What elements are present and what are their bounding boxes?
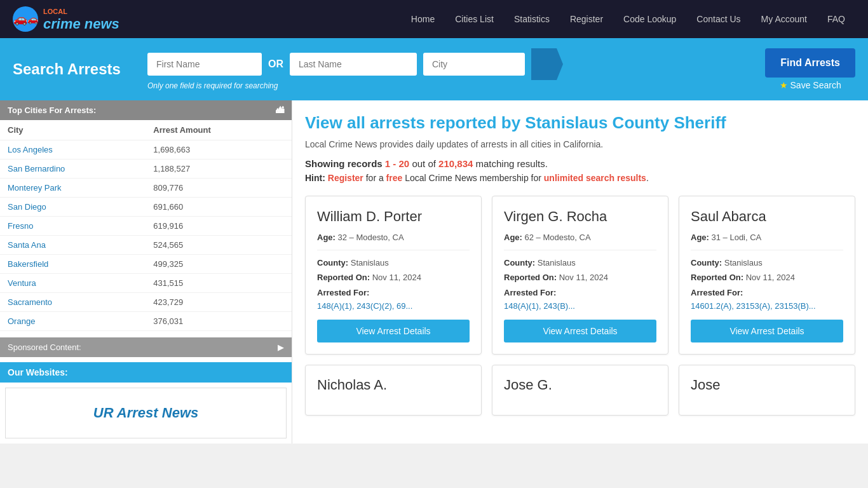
arrest-card-partial: Jose <box>679 365 855 416</box>
card-county: County: Stanislaus <box>504 257 656 269</box>
table-row: Bakersfield499,325 <box>0 255 292 274</box>
card-arrested-label: Arrested For: <box>691 287 843 299</box>
our-websites-header: Our Websites: <box>0 362 292 383</box>
city-link[interactable]: Ventura <box>8 278 36 288</box>
cities-table: City Arrest Amount Los Angeles1,698,663S… <box>0 120 292 331</box>
out-of-label: out of <box>409 158 438 169</box>
card-age: Age: 31 – Lodi, CA <box>691 233 843 242</box>
nav-code-lookup[interactable]: Code Lookup <box>613 0 686 38</box>
search-arrow <box>531 48 563 80</box>
nav-faq[interactable]: FAQ <box>817 0 855 38</box>
nav-cities-list[interactable]: Cities List <box>445 0 504 38</box>
register-link[interactable]: Register <box>328 173 363 183</box>
city-amount: 376,031 <box>146 312 292 331</box>
showing-label: Showing records <box>305 158 385 169</box>
card-name: Virgen G. Rocha <box>504 208 656 226</box>
or-label: OR <box>268 58 283 70</box>
results-range: 1 - 20 <box>385 158 409 169</box>
city-icon: 🏙 <box>276 105 284 115</box>
city-link[interactable]: Sacramento <box>8 297 52 307</box>
table-row: Fresno619,916 <box>0 217 292 236</box>
hint-label: Hint: <box>305 173 325 183</box>
sidebar-header: Top Cities For Arrests: 🏙 <box>0 100 292 120</box>
view-arrest-button[interactable]: View Arrest Details <box>504 320 656 342</box>
table-row: Orange376,031 <box>0 312 292 331</box>
table-row: Santa Ana524,565 <box>0 236 292 255</box>
city-amount: 423,729 <box>146 293 292 312</box>
last-name-input[interactable] <box>290 53 417 76</box>
card-name: William D. Porter <box>317 208 470 226</box>
table-row: Ventura431,515 <box>0 274 292 293</box>
arrest-card: Saul Abarca Age: 31 – Lodi, CA County: S… <box>679 196 855 355</box>
view-arrest-button[interactable]: View Arrest Details <box>317 320 470 342</box>
navbar: 🚗 LOCAL crime news Home Cities List Stat… <box>0 0 868 38</box>
card-reported: Reported On: Nov 11, 2024 <box>504 271 656 284</box>
city-amount: 499,325 <box>146 255 292 274</box>
play-icon: ▶ <box>278 342 284 352</box>
city-amount: 1,698,663 <box>146 140 292 159</box>
city-link[interactable]: San Diego <box>8 202 46 212</box>
search-inputs-wrap: OR Only one field is required for search… <box>147 48 757 90</box>
table-row: San Diego691,660 <box>0 198 292 217</box>
content-area: View all arrests reported by Stanislaus … <box>292 100 868 444</box>
partial-card-name: Jose G. <box>504 377 656 393</box>
city-link[interactable]: Bakersfield <box>8 259 48 269</box>
search-title: Search Arrests <box>13 60 140 78</box>
table-row: Los Angeles1,698,663 <box>0 140 292 159</box>
card-county: County: Stanislaus <box>317 257 470 269</box>
total-count: 210,834 <box>438 158 473 169</box>
sponsored-header: Sponsored Content: ▶ <box>0 337 292 357</box>
table-row: San Bernardino1,188,527 <box>0 159 292 179</box>
sidebar-cities: Top Cities For Arrests: 🏙 City Arrest Am… <box>0 100 292 331</box>
arrest-card-partial: Nicholas A. <box>305 365 482 416</box>
arrest-card: William D. Porter Age: 32 – Modesto, CA … <box>305 196 482 355</box>
card-age: Age: 62 – Modesto, CA <box>504 233 656 242</box>
first-name-input[interactable] <box>147 53 262 76</box>
site-name: UR Arrest News <box>93 405 198 421</box>
col-city: City <box>0 120 146 140</box>
view-arrest-button[interactable]: View Arrest Details <box>691 320 843 342</box>
arrest-card: Virgen G. Rocha Age: 62 – Modesto, CA Co… <box>492 196 668 355</box>
nav-contact-us[interactable]: Contact Us <box>686 0 750 38</box>
partial-card-name: Jose <box>691 377 843 393</box>
website-box[interactable]: UR Arrest News <box>5 388 287 438</box>
table-row: Monterey Park809,776 <box>0 179 292 198</box>
card-charges: 14601.2(A), 23153(A), 23153(B)... <box>691 301 843 311</box>
city-link[interactable]: Orange <box>8 316 35 326</box>
nav-home[interactable]: Home <box>401 0 445 38</box>
results-info: Showing records 1 - 20 out of 210,834 ma… <box>305 158 855 169</box>
arrest-card-partial: Jose G. <box>492 365 668 416</box>
city-link[interactable]: San Bernardino <box>8 164 65 173</box>
city-link[interactable]: Monterey Park <box>8 183 62 193</box>
card-arrested-label: Arrested For: <box>504 287 656 299</box>
card-charges: 148(A)(1), 243(C)(2), 69... <box>317 301 470 311</box>
matching-label: matching results. <box>473 158 548 169</box>
sidebar: Top Cities For Arrests: 🏙 City Arrest Am… <box>0 100 292 444</box>
find-arrests-button[interactable]: Find Arrests <box>765 48 855 78</box>
partial-card-name: Nicholas A. <box>317 377 470 393</box>
cards-row-1: William D. Porter Age: 32 – Modesto, CA … <box>305 196 855 355</box>
content-subtitle: Local Crime News provides daily updates … <box>305 139 855 149</box>
city-amount: 809,776 <box>146 179 292 198</box>
city-input[interactable] <box>423 53 525 76</box>
logo-text: LOCAL crime news <box>43 6 119 32</box>
city-link[interactable]: Santa Ana <box>8 240 46 250</box>
city-link[interactable]: Fresno <box>8 221 33 231</box>
city-amount: 431,515 <box>146 274 292 293</box>
nav-statistics[interactable]: Statistics <box>504 0 560 38</box>
nav-register[interactable]: Register <box>560 0 613 38</box>
unlimited-label: unlimited search results <box>544 173 646 183</box>
logo[interactable]: 🚗 LOCAL crime news <box>13 6 119 32</box>
col-amount: Arrest Amount <box>146 120 292 140</box>
nav-my-account[interactable]: My Account <box>751 0 817 38</box>
save-search-button[interactable]: ★ Save Search <box>780 80 841 90</box>
city-amount: 691,660 <box>146 198 292 217</box>
logo-icon: 🚗 <box>13 6 38 32</box>
city-link[interactable]: Los Angeles <box>8 145 53 154</box>
search-bar: Search Arrests OR Only one field is requ… <box>0 38 868 100</box>
search-hint: Only one field is required for searching <box>147 81 757 90</box>
card-reported: Reported On: Nov 11, 2024 <box>691 271 843 284</box>
card-county: County: Stanislaus <box>691 257 843 269</box>
card-age: Age: 32 – Modesto, CA <box>317 233 470 242</box>
search-right: Find Arrests ★ Save Search <box>765 48 855 90</box>
